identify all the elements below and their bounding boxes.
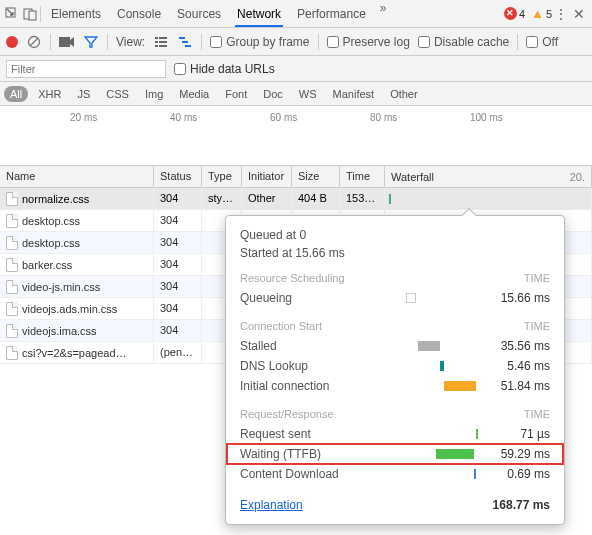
camera-icon[interactable] — [59, 34, 75, 50]
col-type[interactable]: Type — [202, 166, 242, 187]
overview-timeline[interactable]: 20 ms 40 ms 60 ms 80 ms 100 ms — [0, 106, 592, 166]
svg-rect-2 — [29, 11, 36, 20]
device-icon[interactable] — [22, 6, 38, 22]
panel-tabs: Elements Console Sources Network Perform… — [49, 1, 498, 27]
file-icon — [6, 346, 18, 360]
svg-rect-12 — [179, 37, 185, 39]
record-button[interactable] — [6, 36, 18, 48]
tab-console[interactable]: Console — [115, 1, 163, 27]
disable-cache-label: Disable cache — [434, 35, 509, 49]
type-filter-xhr[interactable]: XHR — [32, 86, 67, 102]
timeline-tick: 60 ms — [270, 112, 297, 123]
timing-download: Content Download 0.69 ms — [240, 464, 550, 484]
started-text: Started at 15.66 ms — [240, 246, 550, 260]
type-filter-js[interactable]: JS — [71, 86, 96, 102]
type-filter-all[interactable]: All — [4, 86, 28, 102]
hide-data-urls-label: Hide data URLs — [190, 62, 275, 76]
svg-rect-6 — [155, 37, 158, 39]
file-icon — [6, 236, 18, 250]
group-by-frame-checkbox[interactable]: Group by frame — [210, 35, 309, 49]
svg-rect-8 — [155, 41, 158, 43]
view-label: View: — [116, 35, 145, 49]
tabs-overflow-icon[interactable]: » — [380, 1, 387, 27]
timing-tooltip: Queued at 0 Started at 15.66 ms Resource… — [225, 215, 565, 525]
svg-rect-14 — [185, 45, 191, 47]
time-label: TIME — [524, 408, 550, 420]
svg-rect-9 — [159, 41, 167, 43]
disable-cache-checkbox[interactable]: Disable cache — [418, 35, 509, 49]
type-filter-bar: AllXHRJSCSSImgMediaFontDocWSManifestOthe… — [0, 82, 592, 106]
file-icon — [6, 280, 18, 294]
preserve-log-label: Preserve log — [343, 35, 410, 49]
timing-waiting-ttfb: Waiting (TTFB) 59.29 ms — [240, 444, 550, 464]
tab-performance[interactable]: Performance — [295, 1, 368, 27]
type-filter-media[interactable]: Media — [173, 86, 215, 102]
offline-label: Off — [542, 35, 558, 49]
type-filter-doc[interactable]: Doc — [257, 86, 289, 102]
type-filter-other[interactable]: Other — [384, 86, 424, 102]
timing-dns: DNS Lookup 5.46 ms — [240, 356, 550, 376]
col-size[interactable]: Size — [292, 166, 340, 187]
file-icon — [6, 324, 18, 338]
filter-input[interactable] — [6, 60, 166, 78]
type-filter-css[interactable]: CSS — [100, 86, 135, 102]
section-request-response: Request/Response — [240, 408, 334, 420]
tab-sources[interactable]: Sources — [175, 1, 223, 27]
offline-checkbox[interactable]: Off — [526, 35, 558, 49]
svg-line-4 — [30, 38, 38, 46]
svg-rect-10 — [155, 45, 158, 47]
hide-data-urls-checkbox[interactable]: Hide data URLs — [174, 62, 275, 76]
timeline-tick: 80 ms — [370, 112, 397, 123]
total-time: 168.77 ms — [493, 498, 550, 512]
tab-elements[interactable]: Elements — [49, 1, 103, 27]
file-icon — [6, 214, 18, 228]
time-label: TIME — [524, 272, 550, 284]
inspect-icon[interactable] — [4, 6, 20, 22]
error-badge[interactable]: ✕4 — [504, 7, 525, 20]
tab-network[interactable]: Network — [235, 1, 283, 27]
group-by-frame-label: Group by frame — [226, 35, 309, 49]
svg-rect-5 — [59, 37, 70, 47]
type-filter-font[interactable]: Font — [219, 86, 253, 102]
timing-initial: Initial connection 51.84 ms — [240, 376, 550, 396]
timeline-tick: 40 ms — [170, 112, 197, 123]
table-row[interactable]: normalize.css304styl…Other404 B153… — [0, 188, 592, 210]
svg-rect-7 — [159, 37, 167, 39]
file-icon — [6, 192, 18, 206]
col-initiator[interactable]: Initiator — [242, 166, 292, 187]
type-filter-img[interactable]: Img — [139, 86, 169, 102]
close-icon[interactable]: ✕ — [570, 6, 588, 22]
timing-stalled: Stalled 35.56 ms — [240, 336, 550, 356]
warning-badge[interactable]: ▲5 — [531, 6, 552, 21]
timing-sent: Request sent 71 µs — [240, 424, 550, 444]
timeline-tick: 100 ms — [470, 112, 503, 123]
svg-rect-11 — [159, 45, 167, 47]
col-name[interactable]: Name — [0, 166, 154, 187]
section-connection-start: Connection Start — [240, 320, 322, 332]
clear-icon[interactable] — [26, 34, 42, 50]
preserve-log-checkbox[interactable]: Preserve log — [327, 35, 410, 49]
col-time[interactable]: Time — [340, 166, 385, 187]
view-list-icon[interactable] — [153, 34, 169, 50]
table-headers: Name Status Type Initiator Size Time Wat… — [0, 166, 592, 188]
view-waterfall-icon[interactable] — [177, 34, 193, 50]
col-waterfall[interactable]: Waterfall20. — [385, 166, 592, 187]
timeline-tick: 20 ms — [70, 112, 97, 123]
type-filter-ws[interactable]: WS — [293, 86, 323, 102]
file-icon — [6, 302, 18, 316]
filter-icon[interactable] — [83, 34, 99, 50]
svg-rect-13 — [182, 41, 188, 43]
col-status[interactable]: Status — [154, 166, 202, 187]
timing-queueing: Queueing 15.66 ms — [240, 288, 550, 308]
file-icon — [6, 258, 18, 272]
time-label: TIME — [524, 320, 550, 332]
queued-text: Queued at 0 — [240, 228, 550, 242]
kebab-menu-icon[interactable]: ⋮ — [554, 6, 568, 22]
explanation-link[interactable]: Explanation — [240, 498, 303, 512]
type-filter-manifest[interactable]: Manifest — [327, 86, 381, 102]
section-resource-scheduling: Resource Scheduling — [240, 272, 345, 284]
